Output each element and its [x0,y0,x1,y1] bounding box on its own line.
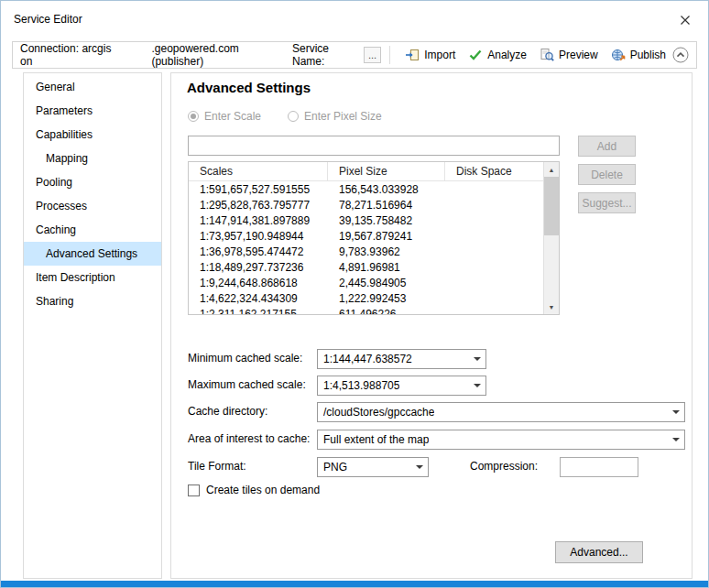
column-header-scales[interactable]: Scales [189,162,328,180]
table-cell [445,276,543,291]
min-cached-scale-select[interactable]: 1:144,447.638572 [317,349,486,369]
cache-directory-value: /cloudStores/gpccache [323,406,434,419]
chevron-down-icon [411,465,428,469]
table-row[interactable]: 1:2,311,162.217155611.496226 [189,307,543,314]
service-editor-window: Service Editor Connection: arcgis on .ge… [0,0,709,588]
scales-table: Scales Pixel Size Disk Space 1:591,657,5… [188,161,560,315]
radio-unselected-icon [288,111,299,122]
table-cell [445,198,543,213]
scroll-up-arrow-icon[interactable]: ▲ [544,162,559,177]
table-cell: 611.496226 [328,307,445,314]
analyze-check-icon [468,48,483,62]
table-row[interactable]: 1:18,489,297.7372364,891.96981 [189,260,543,276]
table-cell [445,260,543,276]
area-of-interest-select[interactable]: Full extent of the map [317,430,685,450]
table-row[interactable]: 1:9,244,648.8686182,445.984905 [189,276,543,291]
table-row[interactable]: 1:73,957,190.94894419,567.879241 [189,229,543,245]
import-button[interactable]: Import [405,48,455,62]
advanced-button[interactable]: Advanced... [555,541,643,563]
table-cell: 1:4,622,324.434309 [189,291,328,307]
toolbar: Connection: arcgis on .geopowered.com (p… [12,41,697,69]
publish-button[interactable]: Publish [611,48,666,62]
table-cell: 78,271.516964 [328,198,445,213]
import-icon [405,48,420,62]
tile-format-label: Tile Format: [188,460,246,473]
tile-format-select[interactable]: PNG [317,457,429,477]
area-of-interest-value: Full extent of the map [323,433,429,446]
scrollbar-thumb[interactable] [544,177,559,235]
area-of-interest-label: Area of interest to cache: [188,432,310,445]
sidebar-item-pooling[interactable]: Pooling [24,170,161,194]
publish-label: Publish [630,49,666,61]
toolbar-separator [389,46,390,64]
cache-directory-label: Cache directory: [188,405,267,418]
sidebar-item-item-description[interactable]: Item Description [24,266,161,289]
sidebar-item-parameters[interactable]: Parameters [24,99,161,123]
table-cell: 1:147,914,381.897889 [189,213,328,229]
sidebar-item-advanced-settings[interactable]: Advanced Settings [24,242,161,266]
sidebar-list: GeneralParametersCapabilitiesMappingPool… [23,72,162,579]
cache-directory-select[interactable]: /cloudStores/gpccache [317,402,685,422]
preview-button[interactable]: Preview [540,48,598,62]
suggest-button[interactable]: Suggest... [578,192,636,213]
sidebar-item-capabilities[interactable]: Capabilities [24,123,161,147]
table-cell: 156,543.033928 [328,182,445,198]
table-cell: 9,783.93962 [328,245,445,260]
table-cell [445,291,543,307]
scale-entry-input[interactable] [188,136,560,156]
compression-input[interactable] [560,457,638,477]
enter-pixel-size-radio[interactable]: Enter Pixel Size [288,110,382,123]
collapse-toolbar-button[interactable] [672,47,689,63]
table-row[interactable]: 1:4,622,324.4343091,222.992453 [189,291,543,307]
enter-scale-label: Enter Scale [204,110,261,123]
table-cell: 1:295,828,763.795777 [189,198,328,213]
analyze-label: Analyze [487,49,527,61]
scroll-down-arrow-icon[interactable]: ▼ [544,299,559,314]
sidebar-item-caching[interactable]: Caching [24,218,161,242]
advanced-settings-panel: Advanced Settings Enter Scale Enter Pixe… [170,72,693,579]
table-cell: 1:18,489,297.737236 [189,260,328,276]
table-row[interactable]: 1:147,914,381.89788939,135.758482 [189,213,543,229]
table-cell [445,245,543,260]
service-name-browse-button[interactable]: ... [364,47,382,63]
vertical-scrollbar[interactable]: ▲ ▼ [543,162,559,314]
table-row[interactable]: 1:591,657,527.591555156,543.033928 [189,182,543,198]
column-header-disk-space[interactable]: Disk Space [445,162,543,180]
max-cached-scale-value: 1:4,513.988705 [323,379,399,392]
table-cell: 39,135.758482 [328,213,445,229]
max-cached-scale-select[interactable]: 1:4,513.988705 [317,376,486,396]
analyze-button[interactable]: Analyze [468,48,527,62]
close-icon [680,15,691,26]
table-cell: 1,222.992453 [328,291,445,307]
import-label: Import [424,49,455,61]
enter-scale-radio[interactable]: Enter Scale [188,110,261,123]
scales-table-body: 1:591,657,527.591555156,543.0339281:295,… [189,182,543,314]
table-header: Scales Pixel Size Disk Space [189,162,543,181]
table-row[interactable]: 1:36,978,595.4744729,783.93962 [189,245,543,260]
table-row[interactable]: 1:295,828,763.79577778,271.516964 [189,198,543,213]
sidebar-item-mapping[interactable]: Mapping [24,147,161,170]
chevron-up-icon [672,47,689,63]
column-header-pixel-size[interactable]: Pixel Size [328,162,445,180]
title-bar: Service Editor [1,1,708,38]
table-cell: 1:9,244,648.868618 [189,276,328,291]
table-cell: 2,445.984905 [328,276,445,291]
sidebar-item-sharing[interactable]: Sharing [24,289,161,313]
close-button[interactable] [671,10,699,30]
publish-globe-icon [611,48,626,62]
table-cell [445,307,543,314]
sidebar-item-general[interactable]: General [24,75,161,99]
create-tiles-on-demand-checkbox[interactable]: Create tiles on demand [188,484,320,496]
delete-button[interactable]: Delete [578,164,636,185]
add-button[interactable]: Add [578,136,636,157]
table-cell: 19,567.879241 [328,229,445,245]
compression-label: Compression: [470,460,538,473]
table-cell: 1:73,957,190.948944 [189,229,328,245]
window-title: Service Editor [14,13,82,26]
sidebar-item-processes[interactable]: Processes [24,194,161,218]
chevron-down-icon [668,438,684,441]
connection-host-label: .geopowered.com (publisher) [151,42,278,68]
table-cell: 1:36,978,595.474472 [189,245,328,260]
preview-magnifier-icon [540,48,554,62]
scrollbar-track[interactable] [544,177,559,299]
